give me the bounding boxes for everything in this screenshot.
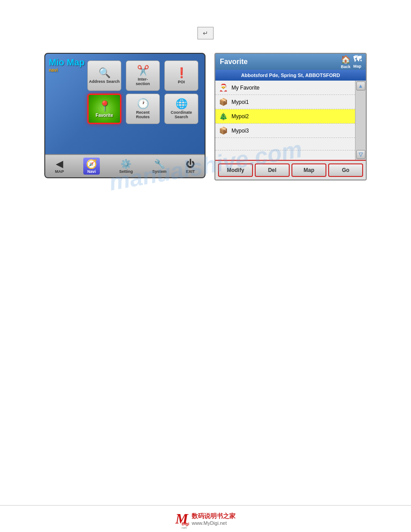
fav-item-mypoi2[interactable]: 🎄 Mypoi2	[215, 109, 355, 124]
mypoi3-icon: 📦	[219, 126, 228, 135]
intersection-icon: ✂️	[137, 65, 149, 77]
nav-setting[interactable]: ⚙️ Setting	[119, 159, 133, 174]
poi-icon: ❗	[176, 67, 188, 79]
fav-address-bar: Abbotsford Pde, Spring St, ABBOTSFORD	[215, 70, 366, 81]
coordinate-search-button[interactable]: 🌐 CoordinateSearch	[164, 94, 198, 124]
nav-map[interactable]: ◀ MAP	[55, 159, 64, 174]
back-house-icon: 🏠	[341, 55, 351, 64]
mypoi2-icon: 🎄	[219, 112, 228, 120]
fav-scrollbar: ▲ ▽	[355, 81, 366, 160]
map-action-button[interactable]: Map	[291, 163, 326, 177]
fav-map-label: Map	[353, 64, 361, 69]
favorite-label: Favorite	[96, 113, 113, 118]
favorite-icon: 📍	[98, 100, 111, 112]
mio-map-header: Mio Map navi	[49, 57, 85, 73]
mypoi1-label: Mypoi1	[231, 99, 249, 105]
map-nav-bar: ◀ MAP 🧭 Navi ⚙️ Setting 🔧 System ⏻ E	[45, 154, 205, 177]
fav-list-inner: 🎅 My Favorite 📦 Mypoi1 🎄 Mypoi2	[215, 81, 355, 160]
screenshots-row: Mio Map navi 🔍 Address Search ✂️ Inter-s…	[17, 53, 394, 180]
modify-button[interactable]: Modify	[218, 163, 253, 177]
fav-bottom-buttons: Modify Del Map Go	[215, 160, 366, 180]
mypoi3-label: Mypoi3	[231, 128, 249, 134]
fav-back-button[interactable]: 🏠 Back	[341, 55, 351, 69]
nav-system[interactable]: 🔧 System	[152, 159, 167, 174]
mypoi1-icon: 📦	[219, 98, 228, 106]
nav-exit[interactable]: ⏻ EXIT	[186, 159, 195, 174]
top-area: ↵	[0, 0, 411, 39]
intersection-label: Inter-section	[136, 77, 150, 86]
footer-url: www.MyDigi.net	[192, 520, 227, 526]
mio-map-screen: Mio Map navi 🔍 Address Search ✂️ Inter-s…	[44, 53, 206, 178]
footer-logo: M Digi net	[176, 511, 188, 527]
map-nav-icon: ◀	[56, 159, 63, 169]
nav-system-label: System	[152, 169, 167, 174]
fav-header-buttons: 🏠 Back 🗺 Map	[341, 55, 361, 69]
fav-map-button[interactable]: 🗺 Map	[353, 55, 361, 69]
setting-icon: ⚙️	[120, 159, 132, 169]
footer-text-right: 数码说明书之家 www.MyDigi.net	[192, 512, 235, 526]
fav-list-area: 🎅 My Favorite 📦 Mypoi1 🎄 Mypoi2	[215, 81, 366, 160]
fav-address-text: Abbotsford Pde, Spring St, ABBOTSFORD	[241, 73, 340, 78]
nav-setting-label: Setting	[119, 169, 133, 174]
coordinate-label: CoordinateSearch	[171, 111, 192, 120]
address-search-button[interactable]: 🔍 Address Search	[87, 60, 121, 91]
map-buttons-grid: 🔍 Address Search ✂️ Inter-section ❗ POI …	[87, 60, 200, 124]
footer-chinese-text: 数码说明书之家	[192, 512, 235, 520]
address-search-icon: 🔍	[98, 67, 111, 79]
nav-exit-label: EXIT	[186, 169, 195, 174]
scroll-up-button[interactable]: ▲	[356, 82, 365, 90]
intersection-button[interactable]: ✂️ Inter-section	[126, 60, 160, 91]
coordinate-icon: 🌐	[176, 98, 188, 110]
mio-map-logo: Mio Map navi	[49, 57, 85, 73]
exit-icon: ⏻	[186, 159, 195, 169]
fav-item-my-favorite[interactable]: 🎅 My Favorite	[215, 81, 355, 95]
fav-back-label: Back	[341, 64, 351, 69]
recent-routes-label: RecentRoutes	[136, 111, 150, 120]
favorite-screen: Favorite 🏠 Back 🗺 Map Abbotsford Pde, Sp…	[214, 53, 367, 180]
nav-map-label: MAP	[55, 169, 64, 174]
scroll-down-button[interactable]: ▽	[356, 150, 365, 159]
map-header-icon: 🗺	[353, 55, 361, 64]
favorite-button[interactable]: 📍 Favorite	[87, 94, 121, 124]
recent-routes-button[interactable]: 🕐 RecentRoutes	[126, 94, 160, 124]
mypoi2-label: Mypoi2	[231, 113, 249, 120]
page-footer: M Digi net 数码说明书之家 www.MyDigi.net	[0, 505, 411, 532]
arrow-icon: ↵	[197, 27, 214, 39]
navi-icon: 🧭	[86, 159, 97, 169]
fav-item-mypoi1[interactable]: 📦 Mypoi1	[215, 95, 355, 109]
poi-label: POI	[178, 80, 185, 84]
footer-logo-m: M Digi net	[176, 511, 188, 527]
nav-navi-label: Navi	[87, 169, 96, 174]
address-search-label: Address Search	[89, 80, 120, 84]
my-favorite-label: My Favorite	[231, 85, 260, 91]
poi-button[interactable]: ❗ POI	[164, 60, 198, 91]
footer-net-text: net	[182, 526, 187, 530]
page-content: ↵ Mio Map navi 🔍 Address Search	[0, 0, 411, 532]
nav-navi[interactable]: 🧭 Navi	[83, 158, 100, 175]
system-icon: 🔧	[154, 159, 165, 169]
recent-routes-icon: 🕐	[137, 98, 149, 110]
go-button[interactable]: Go	[328, 163, 363, 177]
my-favorite-icon: 🎅	[219, 83, 228, 92]
fav-title: Favorite	[220, 58, 248, 66]
fav-header: Favorite 🏠 Back 🗺 Map	[215, 54, 366, 70]
del-button[interactable]: Del	[255, 163, 290, 177]
fav-item-empty	[215, 138, 355, 150]
fav-item-mypoi3[interactable]: 📦 Mypoi3	[215, 124, 355, 138]
